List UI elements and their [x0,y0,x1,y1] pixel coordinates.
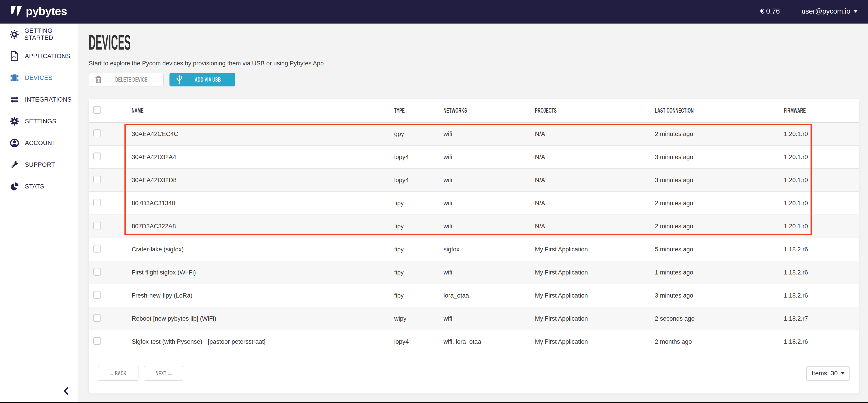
devices-card: NAME TYPE NETWORKS PROJECTS LAST CONNECT… [89,99,859,394]
device-firmware-cell: 1.18.2.r6 [784,330,859,353]
app-window: pybytes € 0.76 user@pycom.io [0,0,868,403]
device-name-cell: 30AEA42D32D8 [132,168,394,192]
gear-icon [9,117,20,126]
sidebar-collapse-button[interactable] [63,386,70,396]
sidebar-item-applications[interactable]: </> APPLICATIONS [0,45,79,67]
device-firmware-cell: 1.18.2.r7 [784,307,859,330]
device-table-body: 30AEA42CEC4C gpy wifi N/A 2 minutes ago … [89,122,859,353]
main-content: DEVICES Start to explore the Pycom devic… [79,24,868,402]
device-projects-cell: N/A [535,215,655,238]
device-last-connection-cell: 2 minutes ago [655,122,784,146]
device-networks-cell: wifi [443,122,535,146]
sidebar-item-getting-started[interactable]: GETTING STARTED [0,24,79,45]
device-last-connection-cell: 2 seconds ago [655,307,784,330]
sidebar-item-label: GETTING STARTED [25,27,79,41]
row-checkbox[interactable] [93,245,101,252]
row-checkbox[interactable] [93,222,101,229]
row-checkbox[interactable] [93,176,101,183]
sidebar-item-settings[interactable]: SETTINGS [0,111,79,132]
row-checkbox[interactable] [93,199,101,206]
device-firmware-cell: 1.20.1.r0 [784,146,859,168]
next-button[interactable]: NEXT → [144,366,183,381]
sidebar-item-label: STATS [25,183,44,190]
device-table-row[interactable]: 807D3AC31340 fipy wifi N/A 2 minutes ago… [89,192,859,215]
column-header-firmware: FIRMWARE [784,106,806,114]
items-per-page-label: Items: 30 [812,370,838,377]
device-table-row[interactable]: 807D3AC322A8 fipy wifi N/A 2 minutes ago… [89,215,859,238]
device-table-row[interactable]: Reboot [new pybytes lib] (WiFi) wipy wif… [89,307,859,330]
brand-logo[interactable]: pybytes [11,5,67,18]
row-checkbox[interactable] [93,129,101,137]
brand-name: pybytes [26,5,67,18]
row-checkbox[interactable] [93,337,101,345]
wrench-icon [9,160,20,169]
device-name-cell: 807D3AC322A8 [132,215,394,238]
row-checkbox[interactable] [93,268,101,276]
device-table-row[interactable]: Crater-lake (sigfox) fipy sigfox My Firs… [89,238,859,261]
column-header-type: TYPE [394,106,405,114]
device-table-row[interactable]: 30AEA42CEC4C gpy wifi N/A 2 minutes ago … [89,122,859,146]
device-name-cell: 807D3AC31340 [132,192,394,215]
device-networks-cell: wifi [443,146,535,168]
device-type-cell: fipy [394,192,443,215]
select-all-checkbox[interactable] [93,106,101,114]
device-name-cell: Crater-lake (sigfox) [132,238,394,261]
svg-text:</>: </> [12,56,17,59]
pycom-logo-icon [11,6,23,16]
device-name-cell: 30AEA42D32A4 [132,146,394,168]
device-networks-cell: wifi [443,215,535,238]
sidebar-item-label: ACCOUNT [25,140,56,147]
device-projects-cell: N/A [535,192,655,215]
device-table-row[interactable]: Sigfox-test (with Pysense) - [pastoor pe… [89,330,859,353]
device-firmware-cell: 1.20.1.r0 [784,122,859,146]
sidebar-item-label: SUPPORT [25,161,55,168]
device-name-cell: Fresh-new-fipy (LoRa) [132,284,394,307]
device-projects-cell: My First Application [535,238,655,261]
topbar: pybytes € 0.76 user@pycom.io [0,0,868,24]
device-projects-cell: My First Application [535,284,655,307]
sidebar-item-stats[interactable]: STATS [0,176,79,197]
device-last-connection-cell: 3 minutes ago [655,168,784,192]
device-last-connection-cell: 2 minutes ago [655,215,784,238]
chip-icon [9,73,20,83]
device-firmware-cell: 1.20.1.r0 [784,215,859,238]
device-firmware-cell: 1.18.2.r6 [784,284,859,307]
device-table-row[interactable]: First flight sigfox (Wi-Fi) fipy wifi My… [89,261,859,284]
back-button[interactable]: ← BACK [98,366,138,381]
device-networks-cell: wifi [443,192,535,215]
device-table-row[interactable]: 30AEA42D32D8 lopy4 wifi N/A 3 minutes ag… [89,168,859,192]
next-label: NEXT → [155,370,171,377]
delete-device-label: DELETE DEVICE [115,76,148,83]
usb-icon [176,75,183,84]
pagination: ← BACK NEXT → Items: 30 [89,353,859,394]
toolbar: DELETE DEVICE ADD VIA USB [89,73,859,87]
code-document-icon: </> [9,51,20,61]
page-title: DEVICES [89,33,443,51]
back-label: ← BACK [110,370,126,377]
sidebar-item-support[interactable]: SUPPORT [0,154,79,176]
user-menu[interactable]: user@pycom.io [802,7,858,16]
device-table-row[interactable]: 30AEA42D32A4 lopy4 wifi N/A 3 minutes ag… [89,146,859,168]
sun-icon [9,30,19,39]
delete-device-button[interactable]: DELETE DEVICE [89,73,164,87]
column-header-networks: NETWORKS [443,106,467,114]
sidebar-item-account[interactable]: ACCOUNT [0,132,79,154]
device-networks-cell: wifi [443,168,535,192]
row-checkbox[interactable] [93,314,101,322]
device-projects-cell: N/A [535,146,655,168]
device-table-row[interactable]: Fresh-new-fipy (LoRa) fipy lora_otaa My … [89,284,859,307]
add-via-usb-button[interactable]: ADD VIA USB [169,73,235,87]
column-header-name: NAME [132,106,144,114]
row-checkbox[interactable] [93,153,101,160]
user-icon [9,138,20,148]
table-header-row: NAME TYPE NETWORKS PROJECTS LAST CONNECT… [89,99,859,122]
sidebar-item-devices[interactable]: DEVICES [0,67,79,89]
sidebar-item-integrations[interactable]: INTEGRATIONS [0,89,79,111]
user-email: user@pycom.io [802,7,850,16]
device-type-cell: lopy4 [394,330,443,353]
device-last-connection-cell: 3 minutes ago [655,146,784,168]
device-type-cell: gpy [394,122,443,146]
items-per-page-dropdown[interactable]: Items: 30 [806,366,850,381]
device-type-cell: fipy [394,215,443,238]
row-checkbox[interactable] [93,291,101,299]
